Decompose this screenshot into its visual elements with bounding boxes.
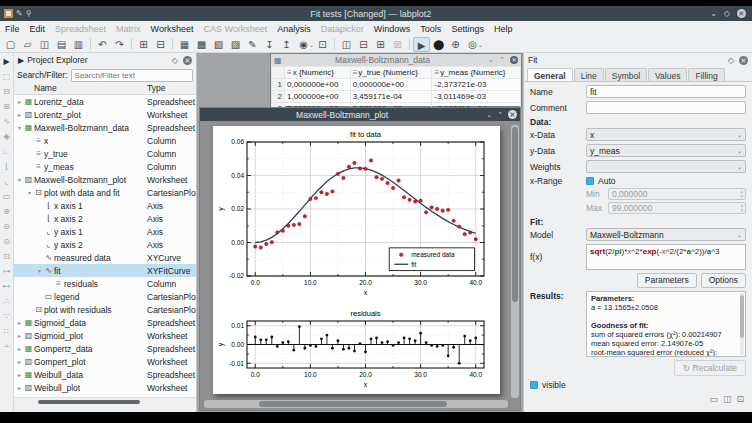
close-fit-dock-icon[interactable]: ✕ — [739, 56, 748, 65]
plot-minimize-icon[interactable]: ⌄ — [486, 111, 492, 119]
title-bar[interactable]: ✎ ⚲ Fit tests [Changed] — labplot2 ⌄ ◇ ✕ — [0, 6, 752, 21]
export-icon[interactable]: ↥ — [278, 37, 295, 52]
tree-expander-icon[interactable]: ▸ — [16, 111, 23, 118]
subwindow-minimize-icon[interactable]: ⌄ — [488, 56, 494, 64]
tree-item-y-meas[interactable]: ≡y_measColumn — [14, 160, 196, 173]
plot-restore-icon[interactable]: ⌃ — [497, 111, 503, 119]
options-button[interactable]: Options — [701, 273, 746, 288]
save-template-icon[interactable]: ◫ — [723, 394, 732, 404]
tab-general[interactable]: General — [527, 68, 573, 81]
column-header-type[interactable]: Type — [147, 83, 165, 93]
tree-item-weibull-data[interactable]: ▸▦Weibull_dataSpreadsheet — [14, 368, 196, 381]
redo-icon[interactable]: ↷ — [111, 37, 128, 52]
tab-line[interactable]: Line — [574, 68, 604, 81]
tree-expander-icon[interactable]: ▸ — [16, 332, 23, 339]
horizontal-layout-icon[interactable]: ⊟ — [355, 37, 372, 52]
subwindow-restore-icon[interactable]: ⌃ — [499, 56, 505, 64]
cell[interactable]: -3,011469e-03 — [432, 91, 521, 103]
tree-item-gompertz-data[interactable]: ▸▦Gompertz_dataSpreadsheet — [14, 342, 196, 355]
tree-expander-icon[interactable]: ▾ — [16, 124, 23, 131]
model-combobox[interactable]: Maxwell-Boltzmann⌄ — [586, 228, 746, 241]
ydata-combobox[interactable]: y_meas⌄ — [586, 144, 746, 157]
tree-item-x-axis-1[interactable]: ⌊x axis 1Axis — [14, 199, 196, 212]
tree-expander-icon[interactable]: ▸ — [16, 345, 23, 352]
column-header[interactable]: ≡y_true {Numeric} — [350, 67, 432, 79]
menu-worksheet[interactable]: Worksheet — [146, 24, 199, 34]
new-matrix-icon[interactable]: ▩ — [193, 37, 210, 52]
tab-filling[interactable]: Filling — [688, 68, 724, 81]
float-dock-icon[interactable]: ◇ — [172, 56, 178, 65]
worksheet-page[interactable]: 0.010.020.030.040.0-0.020.000.020.040.06… — [213, 126, 500, 394]
tree-expander-icon[interactable]: ▸ — [16, 358, 23, 365]
tree-expander-icon[interactable]: ▾ — [36, 267, 43, 274]
close-dock-icon[interactable]: ✕ — [183, 56, 192, 65]
tree-item-lorentz-data[interactable]: ▸▦Lorentz_dataSpreadsheet — [14, 95, 196, 108]
weights-combobox[interactable]: ⌄ — [586, 160, 746, 173]
tree-item-maxwell-boltzmann-data[interactable]: ▾▦Maxwell-Boltzmann_dataSpreadsheet — [14, 121, 196, 134]
fit-to-data-chart[interactable]: 0.010.020.030.040.0-0.020.000.020.040.06… — [213, 126, 500, 304]
close-icon[interactable]: ✕ — [737, 9, 746, 18]
print-icon[interactable]: ▤ — [53, 37, 70, 52]
tree-expander-icon[interactable]: ▾ — [26, 189, 33, 196]
worksheet-vscrollbar[interactable] — [511, 125, 519, 398]
tree-item-gompert-plot[interactable]: ▸▧Gompert_plotWorksheet — [14, 355, 196, 368]
undo-icon[interactable]: ↶ — [94, 37, 111, 52]
zoom-mode-icon[interactable]: ⊕ — [447, 37, 464, 52]
tree-item-plot-with-data-and-fit[interactable]: ▾⊡plot with data and fitCartesianPlot — [14, 186, 196, 199]
new-project-icon[interactable]: ▢ — [2, 37, 19, 52]
save-project-icon[interactable]: ◫ — [36, 37, 53, 52]
fit-results-box[interactable]: Parameters:a = 13.1565±2.0508 Goodness o… — [586, 291, 746, 357]
menu-tools[interactable]: Tools — [415, 24, 446, 34]
cell[interactable]: -2,373721e-03 — [432, 79, 521, 91]
tree-item-x[interactable]: ≡xColumn — [14, 134, 196, 147]
spin-arrows-icon[interactable]: ▴▾ — [740, 189, 743, 199]
menu-edit[interactable]: Edit — [25, 24, 51, 34]
tree-expander-icon[interactable]: ▸ — [16, 98, 23, 105]
tree-item-x-axis-2[interactable]: ⌊x axis 2Axis — [14, 212, 196, 225]
auto-checkbox[interactable] — [586, 177, 594, 185]
max-spinbox[interactable]: 99,000000▴▾ — [608, 202, 746, 214]
grid-layout-icon[interactable]: ⊞ — [372, 37, 389, 52]
cell[interactable]: 0,000000e+00 — [285, 79, 351, 91]
column-header[interactable]: ≡y_meas {Numeric} — [432, 67, 521, 79]
load-template-icon[interactable]: ▭ — [709, 394, 718, 404]
tree-item-y-true[interactable]: ≡y_trueColumn — [14, 147, 196, 160]
new-datapicker-icon[interactable]: ⊟ — [152, 37, 169, 52]
spreadsheet-window[interactable]: ▦ Maxwell-Boltzmann_data ⌄ ⌃ ✕ ≡x {Numer… — [270, 53, 522, 107]
comment-field[interactable] — [586, 101, 746, 114]
column-header[interactable]: ≡x {Numeric} — [285, 67, 351, 79]
xdata-combobox[interactable]: x⌄ — [586, 128, 746, 141]
tree-item-fit[interactable]: ▾∿fitXYFitCurve — [14, 264, 196, 277]
search-filter-input[interactable] — [71, 69, 193, 82]
project-tree-hscrollbar[interactable] — [14, 397, 196, 405]
tree-item-sigmoid-plot[interactable]: ▸▧Sigmoid_plotWorksheet — [14, 329, 196, 342]
tree-item-measured-data[interactable]: ∿measured dataXYCurve — [14, 251, 196, 264]
visible-checkbox[interactable] — [530, 381, 538, 389]
dropdown-arrow-icon[interactable]: ⌄ — [478, 41, 483, 48]
tab-symbol[interactable]: Symbol — [605, 68, 647, 81]
select-mode-icon[interactable]: ▶ — [413, 37, 430, 52]
subwindow-close-icon[interactable]: ✕ — [510, 56, 518, 64]
tree-expander-icon[interactable]: ▸ — [16, 371, 23, 378]
menu-windows[interactable]: Windows — [369, 24, 416, 34]
maximize-icon[interactable]: ◇ — [724, 9, 730, 18]
tree-expander-icon[interactable]: ▸ — [16, 319, 23, 326]
tree-expander-icon[interactable]: ▸ — [16, 384, 23, 391]
new-workbook-icon[interactable]: ⊞ — [135, 37, 152, 52]
column-header-name[interactable]: Name — [34, 83, 57, 93]
new-note-icon[interactable]: ✎ — [244, 37, 261, 52]
tree-item-weibull-plot[interactable]: ▸▧Weibull_plotWorksheet — [14, 381, 196, 394]
new-spreadsheet-icon[interactable]: ▦ — [176, 37, 193, 52]
tab-values[interactable]: Values — [648, 68, 687, 81]
minimize-icon[interactable]: ⌄ — [710, 9, 717, 18]
results-scrollbar[interactable] — [740, 293, 744, 355]
vertical-layout-icon[interactable]: ◫ — [338, 37, 355, 52]
min-spinbox[interactable]: 0,000000▴▾ — [608, 188, 746, 200]
plot-window[interactable]: Maxwell-Boltzmann_plot ⌄ ⌃ ✕ 0.010.020.0… — [199, 107, 521, 411]
tree-item-sigmoid-data[interactable]: ▸▦Sigmoid_dataSpreadsheet — [14, 316, 196, 329]
recalculate-button[interactable]: ↻ Recalculate — [674, 360, 746, 376]
menu-file[interactable]: File — [0, 24, 25, 34]
parameters-button[interactable]: Parameters — [637, 273, 697, 288]
tree-item-y-axis-2[interactable]: ⌞y axis 2Axis — [14, 238, 196, 251]
spin-arrows-icon[interactable]: ▴▾ — [740, 203, 743, 213]
